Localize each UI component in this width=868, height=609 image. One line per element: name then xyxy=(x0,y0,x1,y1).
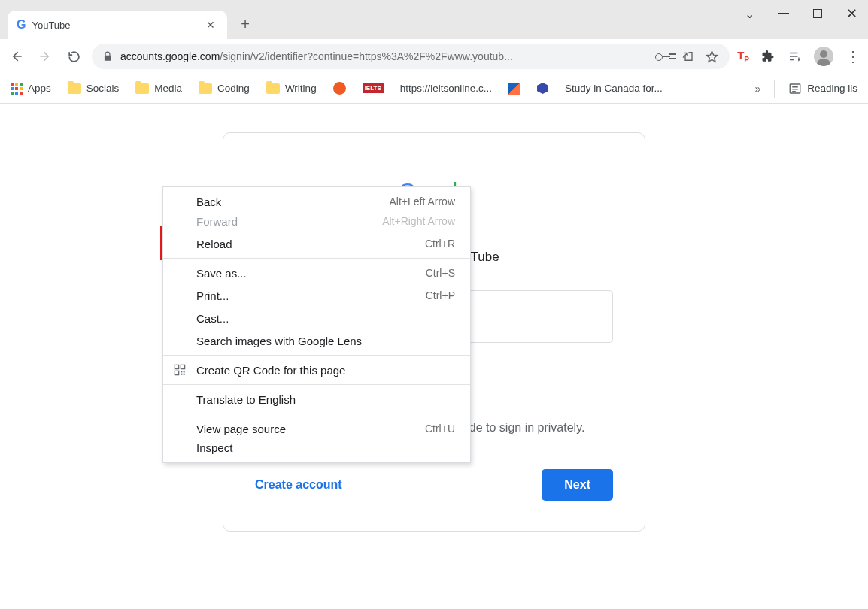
svg-rect-6 xyxy=(184,371,185,372)
svg-rect-2 xyxy=(175,365,178,368)
tab-strip: G YouTube ✕ + ⌄ ✕ xyxy=(0,0,868,39)
context-menu-label: View page source xyxy=(196,423,425,435)
context-menu-label: Forward xyxy=(196,215,382,228)
site-icon xyxy=(508,83,520,95)
bookmark-icon-2[interactable]: IELTS xyxy=(363,83,384,93)
site-icon xyxy=(333,82,346,95)
toolbar-right: TP ⋮ xyxy=(737,47,862,66)
new-tab-button[interactable]: + xyxy=(233,12,257,36)
extension-tp-icon[interactable]: TP xyxy=(737,49,749,64)
url-text: accounts.google.com/signin/v2/identifier… xyxy=(120,50,648,62)
context-menu-saveas[interactable]: Save as... Ctrl+S xyxy=(163,262,470,284)
window-controls: ⌄ ✕ xyxy=(745,0,868,27)
context-menu-accel: Alt+Right Arrow xyxy=(382,215,455,227)
divider xyxy=(774,80,775,98)
browser-tab[interactable]: G YouTube ✕ xyxy=(8,11,227,39)
tab-favicon: G xyxy=(17,19,26,31)
tab-close-icon[interactable]: ✕ xyxy=(203,16,218,34)
bookmark-media[interactable]: Media xyxy=(135,83,182,94)
context-menu-lens[interactable]: Search images with Google Lens xyxy=(163,329,470,352)
bookmark-coding[interactable]: Coding xyxy=(199,83,250,94)
context-menu-back[interactable]: Back Alt+Left Arrow xyxy=(163,187,470,210)
context-menu-label: Search images with Google Lens xyxy=(196,335,455,347)
context-menu-label: Translate to English xyxy=(196,393,455,406)
star-icon[interactable] xyxy=(705,50,719,64)
bookmark-socials[interactable]: Socials xyxy=(68,83,120,94)
context-menu-cast[interactable]: Cast... xyxy=(163,307,470,329)
kebab-menu-icon[interactable]: ⋮ xyxy=(845,47,859,65)
context-menu-print[interactable]: Print... Ctrl+P xyxy=(163,284,470,307)
context-menu-accel: Ctrl+S xyxy=(426,267,455,279)
site-icon xyxy=(537,83,548,94)
context-menu-inspect[interactable]: Inspect xyxy=(163,440,470,462)
extensions-icon[interactable] xyxy=(761,50,775,63)
arrow-right-icon xyxy=(38,49,53,64)
context-menu-label: Save as... xyxy=(196,267,426,280)
context-menu-reload[interactable]: Reload Ctrl+R xyxy=(163,232,470,255)
reload-button[interactable] xyxy=(63,46,84,67)
context-menu: Back Alt+Left Arrow Forward Alt+Right Ar… xyxy=(162,186,471,463)
context-menu-accel: Ctrl+R xyxy=(425,238,455,250)
window-maximize-icon[interactable] xyxy=(813,9,822,18)
forward-button[interactable] xyxy=(35,46,56,67)
qr-code-icon xyxy=(174,364,187,376)
bookmark-icon-1[interactable] xyxy=(333,82,346,95)
svg-rect-3 xyxy=(181,365,184,368)
address-bar[interactable]: accounts.google.com/signin/v2/identifier… xyxy=(92,44,730,69)
share-icon[interactable] xyxy=(681,50,694,63)
apps-label: Apps xyxy=(28,83,51,94)
context-menu-label: Print... xyxy=(196,289,426,302)
bookmark-study-canada[interactable]: Study in Canada for... xyxy=(565,83,663,94)
next-button[interactable]: Next xyxy=(542,469,613,501)
window-minimize-icon[interactable] xyxy=(778,13,789,14)
context-menu-source[interactable]: View page source Ctrl+U xyxy=(163,417,470,440)
folder-icon xyxy=(68,83,81,94)
svg-rect-8 xyxy=(184,374,185,375)
site-icon: IELTS xyxy=(363,83,384,93)
svg-rect-5 xyxy=(181,371,182,372)
reload-icon xyxy=(67,50,81,64)
context-menu-qr[interactable]: Create QR Code for this page xyxy=(163,359,470,381)
window-close-icon[interactable]: ✕ xyxy=(846,5,857,22)
list-icon xyxy=(788,82,802,95)
context-menu-accel: Ctrl+U xyxy=(425,423,455,435)
context-menu-translate[interactable]: Translate to English xyxy=(163,388,470,411)
arrow-left-icon xyxy=(9,49,24,64)
context-menu-label: Inspect xyxy=(196,441,455,454)
folder-icon xyxy=(266,83,280,94)
context-menu-label: Cast... xyxy=(196,312,455,325)
back-button[interactable] xyxy=(6,46,27,67)
folder-icon xyxy=(199,83,212,94)
bookmark-writing[interactable]: Writing xyxy=(266,83,317,94)
create-account-link[interactable]: Create account xyxy=(255,478,342,492)
toolbar: accounts.google.com/signin/v2/identifier… xyxy=(0,39,868,74)
svg-rect-7 xyxy=(181,374,182,375)
context-menu-label: Reload xyxy=(196,238,425,250)
context-menu-accel: Ctrl+P xyxy=(426,289,455,301)
signin-actions: Create account Next xyxy=(255,469,613,501)
context-menu-separator xyxy=(163,384,470,385)
media-control-icon[interactable] xyxy=(787,50,802,63)
tab-title: YouTube xyxy=(32,20,203,31)
bookmarks-overflow-icon[interactable]: » xyxy=(754,83,760,95)
context-menu-label: Back xyxy=(196,195,389,208)
profile-avatar[interactable] xyxy=(814,47,833,66)
context-menu-separator xyxy=(163,355,470,356)
apps-button[interactable]: Apps xyxy=(11,83,51,95)
bookmark-ielts-link[interactable]: https://ieltsonline.c... xyxy=(400,83,492,94)
context-menu-separator xyxy=(163,258,470,259)
context-menu-label: Create QR Code for this page xyxy=(196,364,455,377)
bookmark-icon-4[interactable] xyxy=(537,83,548,94)
reading-list-button[interactable]: Reading lis xyxy=(788,82,857,95)
context-menu-separator xyxy=(163,414,470,414)
folder-icon xyxy=(135,83,149,94)
bookmark-icon-3[interactable] xyxy=(508,83,520,95)
lock-icon xyxy=(102,50,113,62)
context-menu-forward: Forward Alt+Right Arrow xyxy=(163,210,470,232)
bookmarks-bar: Apps Socials Media Coding Writing IELTS … xyxy=(0,74,868,104)
svg-rect-4 xyxy=(175,371,178,374)
apps-grid-icon xyxy=(11,83,23,95)
password-key-icon[interactable] xyxy=(655,52,670,61)
chevron-down-icon[interactable]: ⌄ xyxy=(745,7,754,21)
context-menu-accel: Alt+Left Arrow xyxy=(389,195,455,208)
